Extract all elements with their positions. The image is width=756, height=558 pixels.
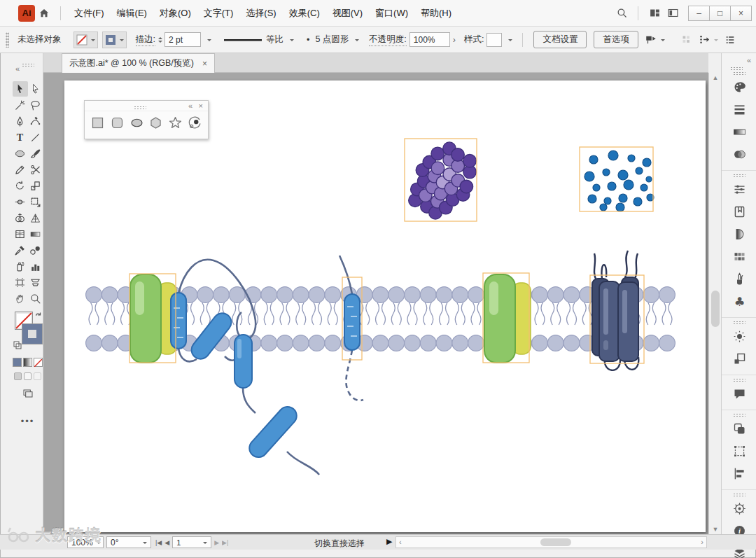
panel-libraries[interactable] — [722, 201, 756, 222]
rotation-dropdown[interactable]: 0° — [106, 536, 151, 548]
blend-tool[interactable] — [28, 242, 43, 258]
selection-tool[interactable] — [13, 81, 28, 97]
panel-align[interactable] — [722, 463, 756, 484]
next-artboard-icon[interactable]: ▶ — [214, 539, 219, 546]
status-flyout-icon[interactable]: ▶ — [386, 537, 392, 546]
panel-swatches[interactable] — [722, 246, 756, 267]
shape-hexagon-button[interactable] — [148, 115, 164, 130]
vertical-scrollbar[interactable]: ▲ ▼ — [708, 73, 721, 534]
menu-item-6[interactable]: 视图(V) — [326, 4, 369, 23]
artboard-tool[interactable] — [13, 274, 28, 290]
artboard-canvas[interactable] — [64, 81, 706, 532]
first-artboard-icon[interactable]: |◀ — [155, 539, 162, 546]
width-tool[interactable] — [13, 194, 28, 209]
toolbar-drag-handle[interactable] — [22, 63, 34, 67]
scroll-left-icon[interactable]: ‹ — [399, 538, 402, 546]
variable-width-profile-dropdown[interactable]: 等比 — [220, 32, 297, 48]
toolbar-collapse-icon[interactable]: « — [15, 64, 19, 73]
artboard-navigation-input[interactable]: 1 — [172, 536, 211, 548]
floating-shapes-panel[interactable]: « × — [84, 100, 209, 139]
panel-close-icon[interactable]: × — [199, 102, 203, 111]
lasso-tool[interactable] — [28, 97, 43, 113]
opacity-input[interactable]: 100% — [410, 32, 450, 47]
fill-color-dropdown[interactable] — [74, 32, 98, 48]
swap-fill-stroke-icon[interactable] — [34, 310, 43, 321]
symbol-sprayer-tool[interactable] — [13, 258, 28, 274]
stroke-width-input[interactable]: 2 pt — [164, 32, 201, 47]
line-segment-tool[interactable] — [28, 130, 43, 145]
panel-transparency[interactable] — [722, 144, 756, 165]
panel-stroke[interactable] — [722, 99, 756, 120]
minimize-button[interactable]: – — [688, 6, 710, 21]
draw-inside-button[interactable] — [34, 372, 41, 380]
stroke-label[interactable]: 描边: — [136, 34, 155, 46]
draw-normal-button[interactable] — [14, 372, 22, 380]
scissors-tool[interactable] — [28, 162, 43, 177]
style-dropdown[interactable] — [502, 32, 515, 48]
panel-drag-handle[interactable] — [134, 106, 146, 109]
scroll-right-icon[interactable]: › — [701, 538, 704, 546]
panel-comments[interactable] — [722, 383, 756, 404]
none-mode-button[interactable] — [34, 358, 43, 367]
panel-group-handle[interactable] — [733, 174, 746, 177]
horizontal-scroll-thumb[interactable] — [540, 538, 571, 546]
free-transform-tool[interactable] — [28, 194, 43, 209]
rotate-tool[interactable] — [13, 178, 28, 193]
pen-tool[interactable] — [13, 113, 28, 129]
stroke-width-stepper[interactable] — [158, 35, 162, 45]
document-setup-button[interactable]: 文档设置 — [533, 31, 587, 48]
brush-definition-dropdown[interactable]: • 5 点圆形 — [301, 32, 362, 48]
panel-flare[interactable] — [722, 326, 756, 347]
panel-appearance[interactable] — [722, 223, 756, 244]
mesh-tool[interactable] — [13, 226, 28, 242]
type-tool[interactable]: T — [13, 130, 28, 145]
barrel-protein[interactable] — [592, 251, 638, 370]
opacity-chevron[interactable]: › — [453, 35, 456, 45]
scroll-down-icon[interactable]: ▼ — [709, 524, 722, 534]
slice-tool[interactable] — [28, 274, 43, 290]
molecule-dots[interactable] — [584, 151, 654, 211]
style-swatch[interactable] — [486, 33, 502, 47]
shape-builder-tool[interactable] — [13, 210, 28, 225]
preferences-button[interactable]: 首选项 — [594, 31, 638, 48]
panel-group-handle[interactable] — [733, 71, 746, 75]
arrange-documents-icon[interactable] — [645, 5, 664, 22]
shape-ellipse-button[interactable] — [129, 115, 144, 130]
tab-close-icon[interactable]: × — [202, 59, 207, 69]
document-tab[interactable]: 示意图.ai* @ 100 % (RGB/预览) × — [62, 53, 215, 73]
panel-group-handle[interactable] — [733, 493, 746, 496]
menu-item-5[interactable]: 效果(C) — [283, 4, 326, 23]
gradient-tool[interactable] — [28, 226, 43, 242]
panel-group-handle[interactable] — [733, 321, 746, 324]
panel-color[interactable] — [722, 76, 756, 97]
shape-square-button[interactable] — [90, 115, 106, 130]
maximize-button[interactable]: □ — [709, 6, 731, 21]
zoom-level-dropdown[interactable]: 100% — [67, 536, 104, 548]
draw-behind-button[interactable] — [24, 372, 31, 380]
menu-item-8[interactable]: 帮助(H) — [414, 4, 458, 23]
opacity-label[interactable]: 不透明度: — [369, 34, 406, 46]
document-layout-icon[interactable] — [664, 5, 682, 22]
canvas-area[interactable] — [43, 73, 708, 534]
panel-group-handle[interactable] — [733, 413, 746, 417]
share-document-dropdown[interactable] — [696, 32, 721, 48]
hand-tool[interactable] — [13, 291, 28, 306]
horizontal-scrollbar[interactable]: ‹ › — [396, 536, 707, 548]
panel-gradient[interactable] — [722, 121, 756, 142]
magic-wand-tool[interactable] — [13, 97, 28, 113]
close-button[interactable]: × — [730, 6, 752, 21]
panel-transform[interactable] — [722, 440, 756, 461]
menu-item-7[interactable]: 窗口(W) — [369, 4, 414, 23]
screen-mode-icon[interactable] — [13, 387, 43, 400]
menu-item-3[interactable]: 文字(T) — [197, 4, 240, 23]
menu-item-4[interactable]: 选择(S) — [239, 4, 282, 23]
shape-rounded-square-button[interactable] — [110, 115, 125, 130]
grid-snap-icon[interactable] — [678, 32, 696, 48]
home-icon[interactable] — [35, 5, 53, 22]
stroke-color-dropdown[interactable] — [102, 32, 127, 48]
vertical-scroll-thumb[interactable] — [711, 291, 720, 327]
perspective-grid-tool[interactable] — [28, 210, 43, 225]
green-protein-complex-left[interactable] — [130, 274, 176, 363]
scale-tool[interactable] — [28, 178, 43, 193]
app-logo-icon[interactable]: Ai — [18, 5, 35, 22]
